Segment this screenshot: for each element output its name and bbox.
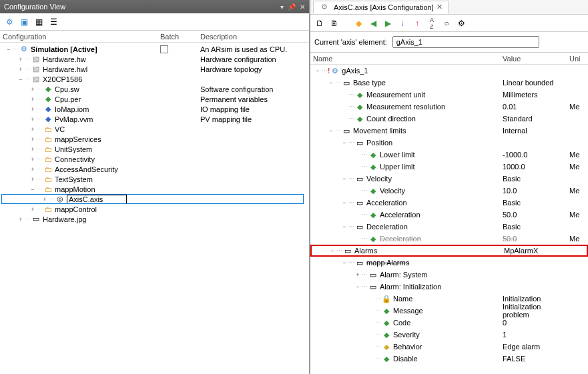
tree-twisty[interactable]: − xyxy=(341,223,348,230)
tb-icon-1[interactable]: 🗋 xyxy=(314,18,325,29)
axis-tree-row[interactable]: −⋯▭mapp Alarms xyxy=(310,257,588,269)
tree-twisty[interactable]: + xyxy=(29,146,36,153)
config-tree[interactable]: −⋯⚙Simulation [Active]An ARsim is used a… xyxy=(0,43,309,374)
tb-icon-2[interactable]: 🗎 xyxy=(329,18,340,29)
axis-tree-row[interactable]: −⋯▭Position xyxy=(310,137,588,149)
tb-refresh-icon[interactable]: ○ xyxy=(441,18,452,29)
axis-tree-row[interactable]: −⋯▭Movement limitsInternal xyxy=(310,125,588,137)
tb-gear-icon[interactable]: ⚙ xyxy=(456,18,467,29)
tree-twisty[interactable]: + xyxy=(29,206,36,213)
tree-twisty[interactable]: + xyxy=(29,86,36,93)
axis-item-value[interactable]: 10.0 xyxy=(503,187,569,195)
tree-twisty[interactable]: + xyxy=(29,126,36,133)
dock-icon[interactable]: 📌 xyxy=(288,3,296,11)
toolbar-grid-icon[interactable]: ▦ xyxy=(33,17,44,27)
tab-axisc[interactable]: ⚙ AxisC.axis [Axis Configuration] ✕ xyxy=(313,1,449,14)
tree-twisty[interactable]: + xyxy=(29,166,36,173)
tb-nav-prev-icon[interactable]: ◀ xyxy=(368,18,378,29)
config-tree-row[interactable]: +⋯🗀mappServices xyxy=(0,134,309,144)
axis-item-value[interactable]: Millimeters xyxy=(503,91,569,99)
axis-tree-row[interactable]: −⋯▭DecelerationBasic xyxy=(310,221,588,233)
axis-tree-row[interactable]: ⋯◆Measurement resolution0.01Me xyxy=(310,101,588,113)
pin-icon[interactable]: ▾ xyxy=(280,3,284,11)
axis-tree-row[interactable]: ⋯◆Acceleration50.0Me xyxy=(310,209,588,221)
col-header-unit[interactable]: Uni xyxy=(569,55,588,63)
toolbar-prop-icon[interactable]: ☰ xyxy=(48,17,59,27)
tree-twisty[interactable]: + xyxy=(17,56,24,63)
toolbar-cube-icon[interactable]: ▣ xyxy=(19,17,29,27)
axis-item-value[interactable]: Basic xyxy=(503,175,569,183)
axis-item-value[interactable]: 1000.0 xyxy=(503,163,569,171)
axis-item-value[interactable]: Standard xyxy=(503,115,569,123)
tree-twisty[interactable]: + xyxy=(29,106,36,113)
close-panel-icon[interactable]: ✕ xyxy=(300,3,305,11)
tree-twisty[interactable]: − xyxy=(314,67,321,74)
axis-item-value[interactable]: FALSE xyxy=(503,355,569,363)
tb-nav-first-icon[interactable]: ◆ xyxy=(353,18,364,29)
current-axis-input[interactable] xyxy=(392,36,539,48)
tab-close-icon[interactable]: ✕ xyxy=(436,3,443,11)
axis-item-value[interactable]: 0.01 xyxy=(503,103,569,111)
tree-twisty[interactable]: − xyxy=(29,186,36,193)
axis-item-value[interactable]: Basic xyxy=(503,199,569,207)
axis-tree-row[interactable]: −⋯!⚙gAxis_1 xyxy=(310,65,588,77)
axis-tree-row[interactable]: ⋯◆MessageInitialization problem xyxy=(310,305,588,317)
axis-tree-row[interactable]: −⋯▭AlarmsMpAlarmX xyxy=(310,245,588,257)
axis-tree-row[interactable]: −⋯▭VelocityBasic xyxy=(310,173,588,185)
tree-twisty[interactable]: − xyxy=(328,79,334,86)
axis-item-value[interactable]: Initialization xyxy=(503,295,569,303)
col-header-description[interactable]: Description xyxy=(200,33,309,41)
tb-az-icon[interactable]: AZ xyxy=(426,18,437,29)
axis-tree-row[interactable]: ⋯◆BehaviorEdge alarm xyxy=(310,341,588,353)
config-tree-row[interactable]: +⋯▭Hardware.jpg xyxy=(0,214,309,224)
axis-tree-row[interactable]: ⋯◆Upper limit1000.0Me xyxy=(310,161,588,173)
tree-twisty[interactable]: − xyxy=(328,127,334,134)
axis-item-value[interactable]: MpAlarmX xyxy=(504,247,571,255)
tree-twisty[interactable]: − xyxy=(341,139,348,146)
axis-tree-row[interactable]: −⋯▭Alarm: Initialization xyxy=(310,281,588,293)
axis-item-value[interactable]: Basic xyxy=(503,223,569,231)
axis-item-value[interactable]: Internal xyxy=(503,127,569,135)
tree-twisty[interactable]: − xyxy=(17,76,24,83)
tb-sort-up-icon[interactable]: ↑ xyxy=(412,18,422,29)
tree-twisty[interactable]: + xyxy=(41,196,48,203)
tree-twisty[interactable]: − xyxy=(341,199,348,206)
config-tree-row[interactable]: +⋯◆PvMap.vvmPV mapping file xyxy=(0,114,309,124)
config-tree-row[interactable]: +⋯◎AxisC.axis xyxy=(0,194,309,204)
config-tree-row[interactable]: −⋯⚙Simulation [Active]An ARsim is used a… xyxy=(0,44,309,54)
tb-sort-down-icon[interactable]: ↓ xyxy=(397,18,408,29)
tree-twisty[interactable]: + xyxy=(17,66,24,73)
config-tree-row[interactable]: +⋯🗀mappControl xyxy=(0,204,309,214)
config-tree-row[interactable]: +⋯◆Cpu.perPermanent variables xyxy=(0,94,309,104)
col-header-configuration[interactable]: Configuration xyxy=(0,33,160,41)
config-tree-row[interactable]: +⋯🗀VC xyxy=(0,124,309,134)
tree-twisty[interactable]: + xyxy=(29,176,36,183)
tree-twisty[interactable]: − xyxy=(329,247,336,254)
axis-tree-row[interactable]: ⋯◆Code0 xyxy=(310,317,588,329)
axis-item-value[interactable]: 1 xyxy=(503,331,569,339)
tree-twisty[interactable]: − xyxy=(341,259,348,266)
col-header-value[interactable]: Value xyxy=(503,55,569,63)
config-tree-row[interactable]: +⋯🗀UnitSystem xyxy=(0,144,309,154)
tree-twisty[interactable]: + xyxy=(354,271,361,278)
tree-twisty[interactable]: − xyxy=(354,283,361,290)
axis-item-value[interactable]: -1000.0 xyxy=(503,151,569,159)
config-tree-row[interactable]: +⋯🗀TextSystem xyxy=(0,174,309,184)
config-tree-row[interactable]: +⋯🗀Connectivity xyxy=(0,154,309,164)
tree-twisty[interactable]: + xyxy=(29,156,36,163)
axis-tree-row[interactable]: +⋯▭Alarm: System xyxy=(310,269,588,281)
axis-item-value[interactable]: 50.0 xyxy=(503,235,569,243)
tree-twisty[interactable]: + xyxy=(29,96,36,103)
axis-tree-row[interactable]: ⋯◆Deceleration50.0Me xyxy=(310,233,588,245)
config-tree-row[interactable]: −⋯🗀mappMotion xyxy=(0,184,309,194)
config-tree-row[interactable]: −⋯▧X20CP1586 xyxy=(0,74,309,84)
batch-checkbox[interactable] xyxy=(160,45,168,53)
tree-twisty[interactable]: + xyxy=(17,216,24,223)
axis-tree-row[interactable]: ⋯◆Measurement unitMillimeters xyxy=(310,89,588,101)
tree-twisty[interactable]: + xyxy=(29,116,36,123)
tree-twisty[interactable]: − xyxy=(5,46,12,53)
config-tree-row[interactable]: +⋯🗀AccessAndSecurity xyxy=(0,164,309,174)
axis-tree-row[interactable]: ⋯◆DisableFALSE xyxy=(310,353,588,365)
axis-tree-row[interactable]: −⋯▭AccelerationBasic xyxy=(310,197,588,209)
axis-tree-row[interactable]: ⋯◆Velocity10.0Me xyxy=(310,185,588,197)
